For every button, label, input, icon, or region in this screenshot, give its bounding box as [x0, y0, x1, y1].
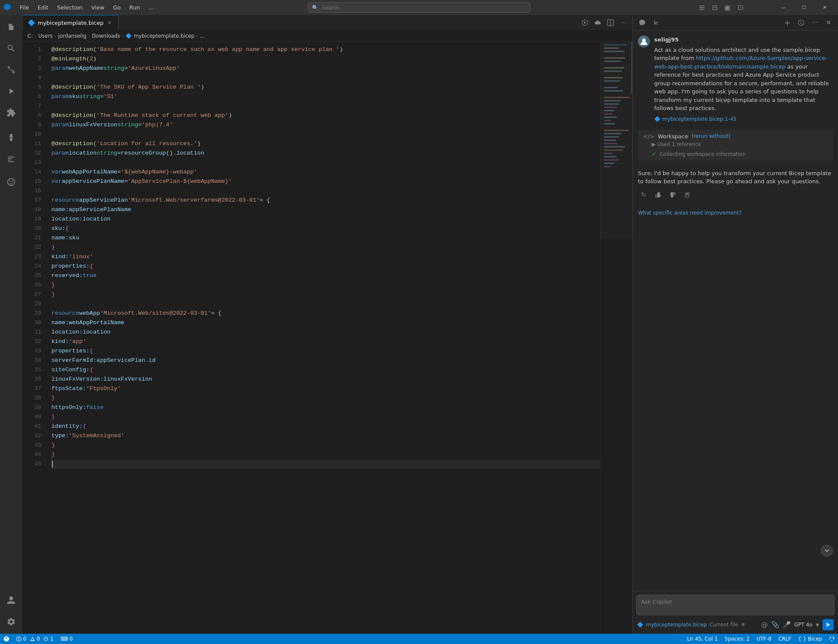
scroll-down-button[interactable]: [821, 545, 833, 557]
sidebar-toggle-icon[interactable]: ▣: [722, 2, 733, 13]
breadcrumb-file[interactable]: mybiceptemplate.bicep: [134, 33, 195, 39]
code-line: name: appServicePlanName: [51, 205, 600, 215]
app-icon: [3, 3, 11, 12]
status-eol[interactable]: CRLF: [775, 634, 795, 644]
search-input[interactable]: [308, 2, 530, 13]
username: seligj95: [654, 36, 833, 44]
activity-git[interactable]: [1, 60, 21, 80]
breadcrumb-users[interactable]: Users: [38, 33, 53, 39]
cloud-button[interactable]: [592, 17, 603, 28]
mention-button[interactable]: @: [761, 621, 768, 629]
breadcrumb-downloads[interactable]: Downloads: [92, 33, 120, 39]
line-number: 25: [22, 271, 41, 280]
split-editor-button[interactable]: [605, 17, 616, 28]
tab-close-button[interactable]: ✕: [106, 19, 113, 26]
maximize-button[interactable]: ☐: [794, 0, 814, 15]
code-line: param webAppName string = 'AzureLinuxApp…: [51, 64, 600, 73]
chat-more-button[interactable]: ···: [809, 17, 821, 29]
refresh-button[interactable]: ↻: [638, 189, 649, 200]
activity-testing[interactable]: [1, 127, 21, 148]
status-language[interactable]: { } Bicep: [795, 634, 826, 644]
line-numbers: 1234567891011121314151617181920212223242…: [22, 42, 45, 634]
message-content: seligj95 Act as a cloud solutions archit…: [654, 36, 833, 123]
chat-file-context: 🔷 mybiceptemplate.bicep Current file 👁: [637, 622, 746, 628]
voice-button[interactable]: 🎤: [783, 621, 791, 629]
more-actions-button[interactable]: ···: [618, 17, 629, 28]
activity-explorer[interactable]: [1, 17, 21, 37]
status-notifications[interactable]: [826, 634, 838, 644]
line-number: 19: [22, 215, 41, 224]
activity-copilot[interactable]: [1, 172, 21, 192]
chat-filename[interactable]: mybiceptemplate.bicep: [646, 622, 707, 628]
model-chevron-icon[interactable]: ▼: [816, 623, 819, 627]
tab-actions: ···: [579, 17, 632, 30]
breadcrumb-more[interactable]: ...: [200, 33, 205, 39]
send-button[interactable]: [823, 619, 834, 630]
chat-input[interactable]: [636, 595, 835, 615]
line-number: 36: [22, 375, 41, 384]
run-file-button[interactable]: [579, 17, 590, 28]
status-position[interactable]: Ln 45, Col 1: [684, 634, 721, 644]
activity-account[interactable]: [1, 590, 21, 611]
eye-icon[interactable]: 👁: [741, 622, 746, 628]
attach-button[interactable]: 📎: [771, 621, 779, 629]
line-number: 44: [22, 450, 41, 459]
menu-more[interactable]: ...: [145, 3, 157, 12]
code-line: [51, 186, 600, 196]
line-number: 11: [22, 139, 41, 149]
line-number: 41: [22, 422, 41, 431]
code-content[interactable]: @description('Base name of the resource …: [45, 42, 600, 634]
file-reference[interactable]: 🔷 mybiceptemplate.bicep:1-45: [654, 115, 833, 123]
code-line: [51, 158, 600, 167]
menu-go[interactable]: Go: [110, 3, 124, 12]
status-spaces[interactable]: Spaces: 2: [721, 634, 753, 644]
code-line: @description('The SKU of App Service Pla…: [51, 83, 600, 92]
chat-input-meta: 🔷 mybiceptemplate.bicep Current file 👁 @…: [636, 619, 835, 630]
thumbdown-button[interactable]: [667, 189, 678, 200]
status-keyboard[interactable]: ⌨ 0: [57, 634, 76, 644]
thumbup-button[interactable]: [652, 189, 664, 200]
line-number: 3: [22, 64, 41, 73]
menu-selection[interactable]: Selection: [54, 3, 86, 12]
code-line: name: sku: [51, 233, 600, 243]
breadcrumb-user[interactable]: jordanselig: [58, 33, 87, 39]
menu-edit[interactable]: Edit: [34, 3, 52, 12]
activity-settings[interactable]: [1, 611, 21, 632]
activity-search[interactable]: [1, 38, 21, 59]
menu-view[interactable]: View: [88, 3, 108, 12]
layout2-icon[interactable]: ⊡: [735, 2, 746, 13]
minimize-button[interactable]: —: [774, 0, 793, 15]
close-button[interactable]: ✕: [815, 0, 835, 15]
line-number: 18: [22, 205, 41, 215]
breadcrumb-c[interactable]: C:: [27, 33, 33, 39]
workspace-title[interactable]: </> Workspace (rerun without): [643, 133, 828, 140]
status-remote[interactable]: [0, 634, 13, 644]
workspace-used-ref[interactable]: ▶ Used 1 reference: [643, 140, 828, 147]
copy-response-button[interactable]: [682, 189, 693, 200]
panel-icon[interactable]: ⊟: [709, 2, 720, 13]
add-chat-button[interactable]: +: [781, 17, 793, 29]
layout-icon[interactable]: ⊞: [696, 2, 707, 13]
menu-file[interactable]: File: [16, 3, 33, 12]
status-bar: 0 0 1 ⌨ 0 Ln 45, Col 1 Spaces: 2 UTF-8 C…: [0, 634, 838, 644]
suggestion-area: What specific areas need improvement?: [638, 207, 833, 218]
branch-icon-button[interactable]: [650, 17, 662, 29]
line-number: 32: [22, 337, 41, 346]
suggestion-chip[interactable]: What specific areas need improvement?: [638, 209, 833, 217]
activity-run[interactable]: [1, 81, 21, 101]
status-encoding[interactable]: UTF-8: [753, 634, 775, 644]
status-errors[interactable]: 0 0 1: [13, 634, 57, 644]
chat-icon-button[interactable]: [636, 17, 648, 29]
chat-header: + ··· ✕: [633, 15, 838, 30]
chat-messages[interactable]: seligj95 Act as a cloud solutions archit…: [633, 30, 838, 591]
line-number: 21: [22, 233, 41, 243]
chat-close-button[interactable]: ✕: [823, 17, 835, 29]
rerun-without-button[interactable]: (rerun without): [691, 133, 730, 139]
line-number: 35: [22, 365, 41, 375]
active-tab[interactable]: 🔷 mybiceptemplate.bicep ✕: [22, 15, 119, 30]
chat-history-button[interactable]: [795, 17, 807, 29]
menu-run[interactable]: Run: [126, 3, 144, 12]
activity-remote[interactable]: [1, 149, 21, 170]
model-label[interactable]: GPT 4o: [794, 622, 813, 628]
activity-extensions[interactable]: [1, 102, 21, 123]
